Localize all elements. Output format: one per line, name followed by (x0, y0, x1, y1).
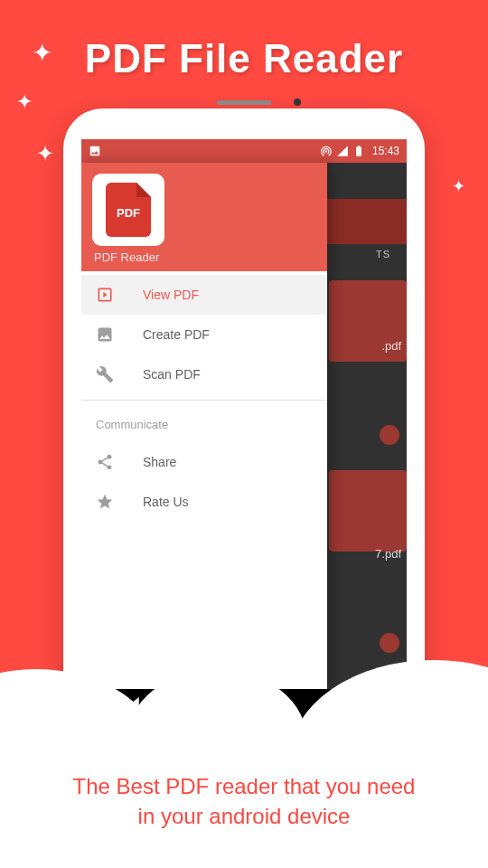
sparkle-decoration: ✦ (16, 90, 33, 114)
drawer-header: PDF PDF Reader (81, 163, 327, 271)
drawer-item-scan-pdf[interactable]: Scan PDF (81, 354, 327, 394)
drawer-item-create-pdf[interactable]: Create PDF (81, 315, 327, 354)
drawer-item-view-pdf[interactable]: View PDF (81, 275, 327, 315)
drawer-subheader: Communicate (81, 406, 327, 442)
status-time: 15:43 (372, 145, 399, 157)
share-icon (96, 453, 114, 471)
hotspot-icon (320, 145, 333, 157)
wrench-icon (96, 365, 114, 383)
image-icon (89, 145, 101, 157)
drawer-item-label: Create PDF (143, 327, 210, 342)
app-promo-title: PDF File Reader (0, 36, 488, 81)
phone-screen: 15:43 TS .pdf 7.pdf (81, 139, 407, 689)
phone-frame: 15:43 TS .pdf 7.pdf (63, 108, 425, 732)
divider (81, 400, 327, 401)
navigation-drawer: PDF PDF Reader View PDF (81, 163, 327, 689)
star-icon (96, 493, 114, 511)
bg-favorite-icon (380, 425, 399, 445)
play-slideshow-icon (96, 286, 114, 304)
bg-file-label: 7.pdf (375, 547, 401, 561)
sparkle-decoration: ✦ (36, 141, 54, 166)
bg-pdf-card (329, 470, 407, 552)
drawer-item-rate-us[interactable]: Rate Us (81, 482, 327, 522)
battery-icon (352, 145, 365, 157)
signal-icon (336, 145, 349, 157)
bg-favorite-icon (380, 633, 399, 653)
drawer-item-label: Scan PDF (143, 367, 201, 382)
drawer-item-label: Share (143, 455, 176, 469)
tagline-line2: in your android device (27, 801, 461, 832)
drawer-item-share[interactable]: Share (81, 442, 327, 482)
image-icon (96, 326, 114, 344)
drawer-header-label: PDF Reader (94, 250, 159, 264)
drawer-item-label: Rate Us (143, 495, 189, 509)
bg-tab-label: TS (376, 249, 390, 259)
tagline: The Best PDF reader that you need in you… (27, 771, 461, 832)
tagline-line1: The Best PDF reader that you need (27, 771, 461, 802)
app-icon: PDF (92, 174, 164, 246)
drawer-item-label: View PDF (143, 288, 199, 302)
status-bar: 15:43 (81, 139, 407, 163)
bg-file-label: .pdf (381, 339, 401, 353)
sparkle-decoration: ✦ (452, 176, 465, 196)
